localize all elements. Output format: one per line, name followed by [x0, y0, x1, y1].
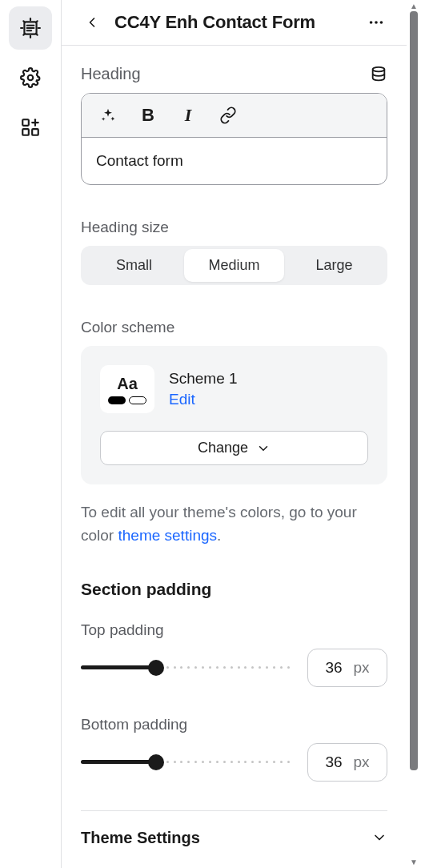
back-button[interactable]: [81, 11, 103, 34]
svg-point-13: [373, 66, 385, 71]
section-block-icon: [20, 18, 41, 38]
apps-add-icon: [20, 117, 41, 138]
slider-thumb[interactable]: [148, 754, 164, 770]
heading-editor: B I Contact form: [81, 93, 387, 185]
rte-toolbar: B I: [82, 94, 387, 138]
heading-field-label: Heading: [81, 65, 141, 83]
bottom-padding-value-box[interactable]: 36 px: [307, 743, 387, 782]
top-padding-group: Top padding 36 px: [81, 621, 387, 687]
bottom-padding-value: 36: [325, 753, 342, 771]
page-title: CC4Y Enh Contact Form: [114, 12, 354, 33]
scheme-change-label: Change: [198, 440, 248, 456]
svg-point-10: [370, 21, 373, 24]
section-padding-title: Section padding: [81, 580, 387, 599]
swatch-pill-solid: [108, 396, 126, 404]
heading-size-segmented: Small Medium Large: [81, 246, 387, 285]
theme-settings-toggle[interactable]: Theme Settings: [81, 810, 387, 865]
chevron-down-icon: [371, 830, 387, 846]
panel-header: CC4Y Enh Contact Form: [62, 0, 407, 46]
heading-size-large[interactable]: Large: [284, 249, 384, 282]
scrollbar[interactable]: ▲ ▼: [407, 0, 421, 868]
theme-settings-title: Theme Settings: [81, 829, 200, 847]
slider-thumb[interactable]: [148, 660, 164, 676]
svg-point-11: [375, 21, 378, 24]
color-scheme-swatch: Aa: [100, 365, 154, 413]
scroll-thumb[interactable]: [410, 11, 418, 770]
color-scheme-hint: To edit all your theme's colors, go to y…: [81, 500, 387, 548]
rte-italic-button[interactable]: I: [178, 105, 198, 126]
top-padding-unit: px: [354, 659, 370, 677]
theme-settings-link[interactable]: theme settings: [118, 527, 217, 544]
link-icon: [219, 106, 237, 124]
rte-ai-button[interactable]: [98, 105, 118, 126]
more-horizontal-icon: [367, 14, 385, 31]
svg-point-12: [380, 21, 383, 24]
svg-rect-5: [22, 119, 29, 126]
top-padding-value-box[interactable]: 36 px: [307, 649, 387, 687]
rte-link-button[interactable]: [218, 105, 239, 126]
top-padding-slider[interactable]: [81, 660, 290, 676]
gear-icon: [20, 67, 41, 88]
bottom-padding-label: Bottom padding: [81, 716, 387, 733]
database-icon[interactable]: [370, 66, 387, 83]
heading-input[interactable]: Contact form: [82, 138, 387, 184]
chevron-down-icon: [256, 441, 271, 456]
svg-point-4: [28, 75, 34, 81]
heading-size-small[interactable]: Small: [84, 249, 184, 282]
rte-bold-button[interactable]: B: [138, 105, 158, 126]
scroll-down-arrow[interactable]: ▼: [410, 858, 418, 866]
bottom-padding-group: Bottom padding 36 px: [81, 716, 387, 782]
svg-rect-6: [22, 129, 29, 135]
heading-size-label: Heading size: [81, 219, 387, 236]
color-scheme-label: Color scheme: [81, 319, 387, 336]
nav-apps-button[interactable]: [9, 106, 52, 149]
bottom-padding-unit: px: [354, 753, 370, 771]
svg-rect-7: [32, 129, 38, 135]
left-nav: [0, 0, 61, 868]
scroll-up-arrow[interactable]: ▲: [410, 2, 418, 10]
bottom-padding-slider[interactable]: [81, 754, 290, 770]
swatch-sample-text: Aa: [117, 375, 138, 393]
top-padding-label: Top padding: [81, 621, 387, 639]
chevron-left-icon: [84, 14, 100, 30]
scheme-edit-link[interactable]: Edit: [169, 391, 238, 408]
nav-theme-settings-button[interactable]: [9, 56, 52, 99]
settings-panel: CC4Y Enh Contact Form Heading: [62, 0, 407, 868]
heading-size-medium[interactable]: Medium: [184, 249, 284, 282]
swatch-pill-outline: [129, 396, 146, 404]
more-button[interactable]: [365, 11, 387, 34]
nav-sections-button[interactable]: [9, 6, 52, 50]
scheme-change-button[interactable]: Change: [100, 431, 368, 465]
sparkle-icon: [100, 107, 116, 123]
top-padding-value: 36: [325, 659, 342, 677]
color-scheme-card: Aa Scheme 1 Edit Change: [81, 346, 387, 484]
scheme-name: Scheme 1: [169, 370, 238, 388]
